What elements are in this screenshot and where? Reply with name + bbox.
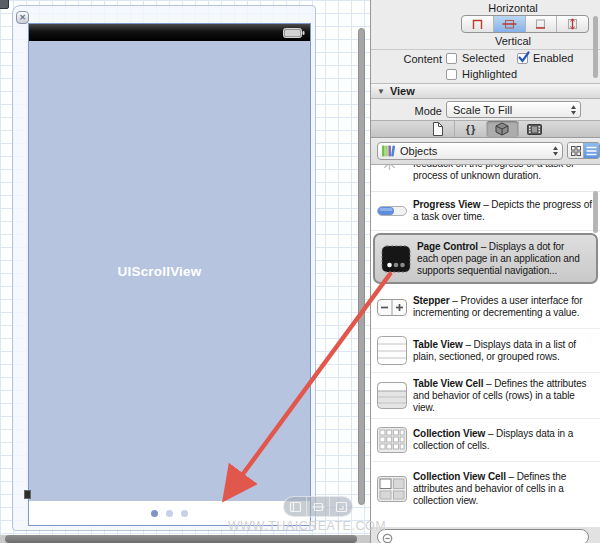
check-icon [517,50,531,64]
view-controller-window[interactable]: ✕ UIScrollView [12,5,316,531]
list-item-page-control-selected[interactable]: Page Control – Displays a dot for each o… [373,233,598,284]
media-library-button[interactable] [518,121,550,137]
partial-line: process of unknown duration. [413,170,574,182]
checkbox-box[interactable] [446,69,457,80]
mode-value: Scale To Fill [447,104,567,116]
library-source-popup[interactable]: Objects [377,142,563,160]
canvas-corner-icon [0,0,9,9]
list-item-progress-view[interactable]: Progress View – Depicts the progress of … [371,192,600,231]
pin-button[interactable] [306,497,329,516]
alignment-segmented-control [461,15,589,33]
icon-view-button[interactable] [568,143,583,158]
list-item-table-view[interactable]: Table View – Displays data in a list of … [371,329,600,373]
cube-icon [495,122,509,136]
watermark: WWW.THAICREATE.COM [228,519,386,533]
checkbox-label: Highlighted [462,68,517,80]
list-item-stepper[interactable]: Stepper – Provides a user interface for … [371,286,600,329]
uiscrollview-label: UIScrollView [118,264,202,279]
list-item-table-view-cell[interactable]: Table View Cell – Defines the attributes… [371,373,600,419]
view-screen[interactable]: UIScrollView [28,23,311,526]
filter-icon [382,533,393,543]
content-label: Content [371,53,442,65]
checkbox-selected[interactable]: Selected [446,52,505,64]
page-dot-active [151,510,158,517]
segment-align-top[interactable] [462,16,493,32]
mode-label: Mode [371,105,442,117]
autolayout-buttons [283,496,353,517]
list-item-activity-indicator-partial[interactable]: ✳ feedback on the progress of a task or … [371,165,600,192]
vertical-alignment-label: Vertical [413,35,600,47]
checkbox-box-checked[interactable] [517,53,528,64]
braces-icon: { } [466,123,475,135]
library-filter-row [371,527,600,543]
library-source-value: Objects [396,145,549,157]
list-item-collection-view[interactable]: Collection View – Displays data in a col… [371,419,600,462]
mode-popup-button[interactable]: Scale To Fill [446,101,581,118]
library-list-scrollbar[interactable] [593,191,598,233]
canvas-horizontal-scrollbar-track [0,535,370,543]
grid-icon [571,146,581,156]
library-filter-input[interactable] [396,531,581,543]
status-bar [29,24,310,41]
collection-view-cell-icon [377,476,407,502]
popup-arrows-icon [549,145,562,157]
popup-arrows-icon [567,104,580,116]
activity-indicator-icon: ✳ [381,165,398,169]
object-library-list: ✳ feedback on the progress of a task or … [371,165,600,527]
checkbox-label: Enabled [533,52,573,64]
page-dot [166,510,173,517]
segment-align-fill[interactable] [556,16,588,32]
code-snippet-library-button[interactable]: { } [454,121,486,137]
list-view-button[interactable] [583,143,599,158]
view-section-title: View [390,85,415,97]
collection-view-icon [377,427,407,453]
page-dot [181,510,188,517]
library-source-row: Objects [371,139,600,165]
checkbox-enabled[interactable]: Enabled [517,52,573,64]
file-template-library-button[interactable] [422,121,454,137]
page-control-icon [380,244,412,274]
segment-align-center[interactable] [493,16,525,32]
checkbox-highlighted[interactable]: Highlighted [446,68,517,80]
film-icon [527,124,542,135]
library-view-toggle [567,142,600,159]
list-icon [586,146,597,156]
resize-handle[interactable] [24,490,31,499]
align-button[interactable] [284,497,306,516]
disclosure-triangle-icon[interactable]: ▼ [377,87,385,96]
document-icon [432,122,443,136]
library-books-icon [381,144,396,158]
library-filter-field[interactable] [377,529,589,543]
object-library-button[interactable] [486,121,518,137]
table-view-icon [377,336,407,365]
stepper-icon [377,299,407,316]
view-section-header[interactable]: ▼ View [371,83,600,99]
attributes-inspector: Horizontal Vertical Content [371,0,600,120]
checkbox-box[interactable] [446,53,457,64]
canvas-vertical-scrollbar[interactable] [358,28,365,505]
list-item-collection-view-cell[interactable]: Collection View Cell – Defines the attri… [371,462,600,516]
resolve-issues-button[interactable] [329,497,352,516]
segment-align-bottom[interactable] [525,16,557,32]
canvas-pane: ✕ UIScrollView [0,0,370,543]
divider [371,49,600,50]
canvas-horizontal-scrollbar[interactable] [5,535,357,543]
library-toolbar: { } [371,120,600,138]
inspector-scrollbar[interactable] [593,16,598,78]
xcode-interface-builder: ✕ UIScrollView [0,0,600,543]
inspector-panel: Horizontal Vertical Content [370,0,600,543]
uiscrollview[interactable]: UIScrollView [29,41,310,501]
checkbox-label: Selected [462,52,505,64]
table-view-cell-icon [377,382,407,409]
battery-icon [283,28,305,38]
progress-view-icon [377,206,407,216]
horizontal-alignment-label: Horizontal [413,2,600,14]
